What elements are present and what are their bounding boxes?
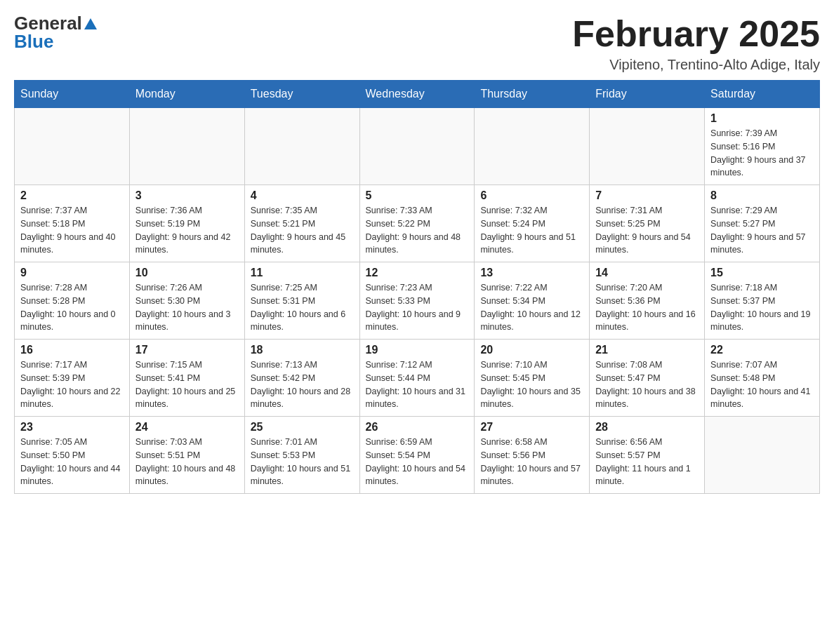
weekday-header-friday: Friday [590, 81, 705, 108]
day-info: Sunrise: 7:39 AMSunset: 5:16 PMDaylight:… [710, 127, 814, 180]
day-number: 10 [135, 267, 239, 279]
day-info: Sunrise: 7:22 AMSunset: 5:34 PMDaylight:… [480, 281, 583, 334]
day-info: Sunrise: 6:58 AMSunset: 5:56 PMDaylight:… [480, 436, 583, 488]
day-info: Sunrise: 7:13 AMSunset: 5:42 PMDaylight:… [251, 358, 354, 411]
day-info: Sunrise: 7:20 AMSunset: 5:36 PMDaylight:… [595, 281, 699, 334]
day-info: Sunrise: 7:12 AMSunset: 5:44 PMDaylight:… [366, 358, 469, 411]
day-info: Sunrise: 7:15 AMSunset: 5:41 PMDaylight:… [135, 358, 239, 411]
calendar-cell [129, 108, 244, 185]
day-number: 24 [135, 421, 239, 434]
weekday-header-tuesday: Tuesday [244, 81, 359, 108]
day-info: Sunrise: 7:32 AMSunset: 5:24 PMDaylight:… [480, 204, 583, 257]
calendar-cell: 24Sunrise: 7:03 AMSunset: 5:51 PMDayligh… [129, 417, 244, 494]
calendar-cell: 10Sunrise: 7:26 AMSunset: 5:30 PMDayligh… [129, 262, 244, 340]
calendar-cell: 12Sunrise: 7:23 AMSunset: 5:33 PMDayligh… [359, 262, 475, 340]
day-info: Sunrise: 7:10 AMSunset: 5:45 PMDaylight:… [480, 358, 583, 411]
calendar-cell: 2Sunrise: 7:37 AMSunset: 5:18 PMDaylight… [15, 185, 130, 262]
day-number: 23 [20, 421, 124, 434]
day-number: 15 [710, 267, 814, 279]
weekday-header-row: SundayMondayTuesdayWednesdayThursdayFrid… [15, 81, 820, 108]
calendar-table: SundayMondayTuesdayWednesdayThursdayFrid… [14, 80, 820, 494]
calendar-cell: 1Sunrise: 7:39 AMSunset: 5:16 PMDaylight… [705, 108, 820, 185]
logo-triangle-icon [84, 18, 97, 32]
page-header: General Blue February 2025 Vipiteno, Tre… [14, 14, 820, 73]
day-number: 21 [595, 344, 699, 356]
calendar-cell: 21Sunrise: 7:08 AMSunset: 5:47 PMDayligh… [590, 340, 705, 417]
week-row-1: 2Sunrise: 7:37 AMSunset: 5:18 PMDaylight… [15, 185, 820, 262]
day-info: Sunrise: 7:17 AMSunset: 5:39 PMDaylight:… [20, 358, 124, 411]
week-row-3: 16Sunrise: 7:17 AMSunset: 5:39 PMDayligh… [15, 340, 820, 417]
calendar-cell: 26Sunrise: 6:59 AMSunset: 5:54 PMDayligh… [359, 417, 475, 494]
calendar-cell: 4Sunrise: 7:35 AMSunset: 5:21 PMDaylight… [244, 185, 359, 262]
day-info: Sunrise: 7:31 AMSunset: 5:25 PMDaylight:… [595, 204, 699, 257]
day-info: Sunrise: 7:29 AMSunset: 5:27 PMDaylight:… [710, 204, 814, 257]
day-number: 26 [366, 421, 469, 434]
calendar-cell: 25Sunrise: 7:01 AMSunset: 5:53 PMDayligh… [244, 417, 359, 494]
calendar-cell: 8Sunrise: 7:29 AMSunset: 5:27 PMDaylight… [705, 185, 820, 262]
day-number: 2 [20, 189, 124, 202]
day-number: 27 [480, 421, 583, 434]
day-number: 14 [595, 267, 699, 279]
calendar-cell [475, 108, 590, 185]
day-info: Sunrise: 7:28 AMSunset: 5:28 PMDaylight:… [20, 281, 124, 334]
day-info: Sunrise: 7:33 AMSunset: 5:22 PMDaylight:… [366, 204, 469, 257]
logo: General Blue [14, 14, 97, 51]
day-info: Sunrise: 7:26 AMSunset: 5:30 PMDaylight:… [135, 281, 239, 334]
day-number: 6 [480, 189, 583, 202]
week-row-4: 23Sunrise: 7:05 AMSunset: 5:50 PMDayligh… [15, 417, 820, 494]
calendar-cell: 5Sunrise: 7:33 AMSunset: 5:22 PMDaylight… [359, 185, 475, 262]
day-info: Sunrise: 7:03 AMSunset: 5:51 PMDaylight:… [135, 436, 239, 488]
weekday-header-wednesday: Wednesday [359, 81, 475, 108]
logo-general-text: General [14, 14, 82, 32]
calendar-cell: 13Sunrise: 7:22 AMSunset: 5:34 PMDayligh… [475, 262, 590, 340]
day-info: Sunrise: 7:01 AMSunset: 5:53 PMDaylight:… [251, 436, 354, 488]
logo-blue-text: Blue [14, 31, 53, 52]
month-title: February 2025 [572, 14, 820, 54]
calendar-cell: 7Sunrise: 7:31 AMSunset: 5:25 PMDaylight… [590, 185, 705, 262]
day-info: Sunrise: 7:08 AMSunset: 5:47 PMDaylight:… [595, 358, 699, 411]
day-info: Sunrise: 6:59 AMSunset: 5:54 PMDaylight:… [366, 436, 469, 488]
day-info: Sunrise: 7:25 AMSunset: 5:31 PMDaylight:… [251, 281, 354, 334]
calendar-cell [590, 108, 705, 185]
day-info: Sunrise: 7:37 AMSunset: 5:18 PMDaylight:… [20, 204, 124, 257]
calendar-cell: 6Sunrise: 7:32 AMSunset: 5:24 PMDaylight… [475, 185, 590, 262]
calendar-cell: 11Sunrise: 7:25 AMSunset: 5:31 PMDayligh… [244, 262, 359, 340]
calendar-cell: 17Sunrise: 7:15 AMSunset: 5:41 PMDayligh… [129, 340, 244, 417]
weekday-header-monday: Monday [129, 81, 244, 108]
calendar-body: 1Sunrise: 7:39 AMSunset: 5:16 PMDaylight… [15, 108, 820, 494]
day-number: 25 [251, 421, 354, 434]
day-number: 19 [366, 344, 469, 356]
calendar-cell: 23Sunrise: 7:05 AMSunset: 5:50 PMDayligh… [15, 417, 130, 494]
location-subtitle: Vipiteno, Trentino-Alto Adige, Italy [572, 57, 820, 73]
day-number: 4 [251, 189, 354, 202]
calendar-cell [15, 108, 130, 185]
day-number: 1 [710, 112, 814, 125]
day-info: Sunrise: 6:56 AMSunset: 5:57 PMDaylight:… [595, 436, 699, 488]
weekday-header-saturday: Saturday [705, 81, 820, 108]
day-number: 16 [20, 344, 124, 356]
day-info: Sunrise: 7:35 AMSunset: 5:21 PMDaylight:… [251, 204, 354, 257]
day-number: 11 [251, 267, 354, 279]
calendar-cell: 28Sunrise: 6:56 AMSunset: 5:57 PMDayligh… [590, 417, 705, 494]
calendar-cell [244, 108, 359, 185]
day-info: Sunrise: 7:36 AMSunset: 5:19 PMDaylight:… [135, 204, 239, 257]
day-number: 9 [20, 267, 124, 279]
calendar-cell: 14Sunrise: 7:20 AMSunset: 5:36 PMDayligh… [590, 262, 705, 340]
calendar-cell: 9Sunrise: 7:28 AMSunset: 5:28 PMDaylight… [15, 262, 130, 340]
day-number: 13 [480, 267, 583, 279]
day-info: Sunrise: 7:05 AMSunset: 5:50 PMDaylight:… [20, 436, 124, 488]
calendar-cell: 22Sunrise: 7:07 AMSunset: 5:48 PMDayligh… [705, 340, 820, 417]
day-number: 8 [710, 189, 814, 202]
day-info: Sunrise: 7:18 AMSunset: 5:37 PMDaylight:… [710, 281, 814, 334]
weekday-header-sunday: Sunday [15, 81, 130, 108]
calendar-cell: 15Sunrise: 7:18 AMSunset: 5:37 PMDayligh… [705, 262, 820, 340]
calendar-cell [705, 417, 820, 494]
calendar-cell [359, 108, 475, 185]
day-number: 12 [366, 267, 469, 279]
day-number: 28 [595, 421, 699, 434]
calendar-cell: 16Sunrise: 7:17 AMSunset: 5:39 PMDayligh… [15, 340, 130, 417]
week-row-0: 1Sunrise: 7:39 AMSunset: 5:16 PMDaylight… [15, 108, 820, 185]
day-number: 7 [595, 189, 699, 202]
day-number: 22 [710, 344, 814, 356]
day-number: 5 [366, 189, 469, 202]
